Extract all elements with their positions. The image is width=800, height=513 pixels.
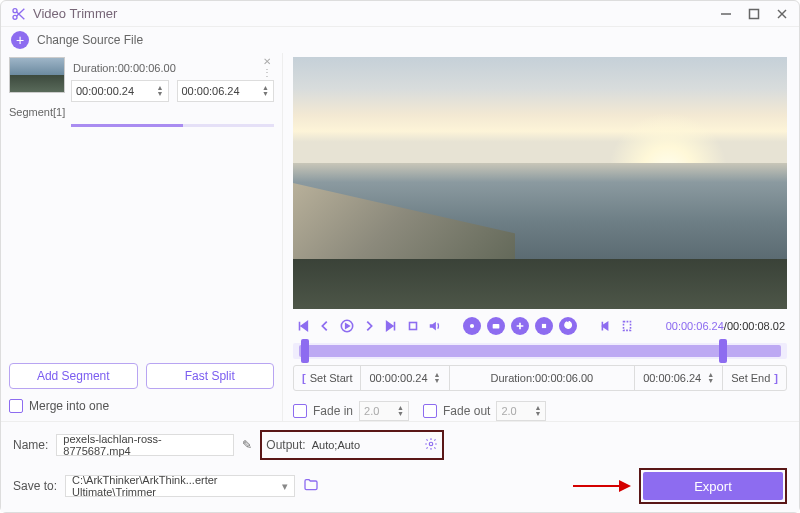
fade-out-input[interactable]: 2.0▲▼ <box>496 401 546 421</box>
time-total: /00:00:08.02 <box>724 320 785 332</box>
time-current: 00:00:06.24 <box>666 320 724 332</box>
video-preview[interactable] <box>293 57 787 309</box>
svg-point-1 <box>13 15 17 19</box>
main-area: Duration:00:00:06.00 ✕ ⋮ 00:00:00.24 ▲▼ … <box>1 53 799 421</box>
preview-panel: 00:00:06.24/00:00:08.02 [Set Start 00:00… <box>283 53 799 421</box>
timeline[interactable] <box>293 343 787 359</box>
segment-row: Duration:00:00:06.00 ✕ ⋮ 00:00:00.24 ▲▼ … <box>9 57 274 102</box>
volume-icon[interactable] <box>427 318 443 334</box>
skip-start-icon[interactable] <box>295 318 311 334</box>
app-window: Video Trimmer + Change Source File Durat… <box>0 0 800 513</box>
output-value[interactable]: Auto;Auto <box>310 434 420 456</box>
fade-out-checkbox[interactable] <box>423 404 437 418</box>
range-row: [Set Start 00:00:00.24▲▼ Duration:00:00:… <box>293 365 787 391</box>
segments-panel: Duration:00:00:06.00 ✕ ⋮ 00:00:00.24 ▲▼ … <box>1 53 283 421</box>
app-title: Video Trimmer <box>33 6 117 21</box>
change-source-label[interactable]: Change Source File <box>37 33 143 47</box>
window-controls <box>719 7 789 21</box>
name-input[interactable]: pexels-lachlan-ross-8775687.mp4 <box>56 434 234 456</box>
footer: Name: pexels-lachlan-ross-8775687.mp4 ✎ … <box>1 421 799 512</box>
skip-end-icon[interactable] <box>383 318 399 334</box>
loop-button[interactable] <box>559 317 577 335</box>
merge-checkbox[interactable] <box>9 399 23 413</box>
fast-split-button[interactable]: Fast Split <box>146 363 275 389</box>
range-duration-label: Duration:00:00:06.00 <box>450 366 636 390</box>
fade-out-label: Fade out <box>443 404 490 418</box>
segment-start-input[interactable]: 00:00:00.24 ▲▼ <box>71 80 169 102</box>
record-button[interactable] <box>535 317 553 335</box>
segment-label: Segment[1] <box>9 106 274 118</box>
segment-duration-label: Duration:00:00:06.00 <box>73 62 176 74</box>
fade-in-input[interactable]: 2.0▲▼ <box>359 401 409 421</box>
mark-in-icon[interactable] <box>597 318 613 334</box>
segment-remove-icon[interactable]: ✕ <box>263 57 271 67</box>
stepper-icon[interactable]: ▲▼ <box>262 85 269 97</box>
segment-start-value: 00:00:00.24 <box>76 85 134 97</box>
save-to-label: Save to: <box>13 479 57 493</box>
name-label: Name: <box>13 438 48 452</box>
fade-row: Fade in 2.0▲▼ Fade out 2.0▲▼ <box>293 401 787 421</box>
output-settings-icon[interactable] <box>424 437 438 454</box>
titlebar: Video Trimmer <box>1 1 799 27</box>
svg-rect-10 <box>542 324 546 328</box>
snapshot-button[interactable] <box>463 317 481 335</box>
segment-end-value: 00:00:06.24 <box>182 85 240 97</box>
add-clip-button[interactable] <box>511 317 529 335</box>
segment-end-input[interactable]: 00:00:06.24 ▲▼ <box>177 80 275 102</box>
stepper-icon[interactable]: ▲▼ <box>157 85 164 97</box>
add-segment-button[interactable]: Add Segment <box>9 363 138 389</box>
player-controls: 00:00:06.24/00:00:08.02 <box>293 309 787 341</box>
minimize-button[interactable] <box>719 7 733 21</box>
segment-options-icon[interactable]: ⋮ <box>262 68 272 78</box>
fade-in-checkbox[interactable] <box>293 404 307 418</box>
svg-point-0 <box>13 8 17 12</box>
close-button[interactable] <box>775 7 789 21</box>
timeline-end-handle[interactable] <box>719 339 727 363</box>
camera-button[interactable] <box>487 317 505 335</box>
toolbar: + Change Source File <box>1 27 799 53</box>
segment-slider[interactable] <box>71 124 274 127</box>
fade-in-label: Fade in <box>313 404 353 418</box>
scissors-icon <box>11 6 27 22</box>
annotation-arrow-icon <box>571 476 631 496</box>
segment-thumbnail[interactable] <box>9 57 65 93</box>
prev-frame-icon[interactable] <box>317 318 333 334</box>
time-readout: 00:00:06.24/00:00:08.02 <box>666 320 785 332</box>
output-highlight-box: Output: Auto;Auto <box>260 430 443 460</box>
svg-rect-7 <box>410 323 417 330</box>
edit-name-icon[interactable]: ✎ <box>242 438 252 452</box>
set-end-button[interactable]: Set End] <box>723 366 786 390</box>
stop-icon[interactable] <box>405 318 421 334</box>
svg-rect-9 <box>493 324 500 329</box>
range-start-input[interactable]: 00:00:00.24▲▼ <box>361 366 449 390</box>
output-label: Output: <box>266 438 305 452</box>
segment-details: Duration:00:00:06.00 ✕ ⋮ 00:00:00.24 ▲▼ … <box>71 57 274 102</box>
mark-out-icon[interactable] <box>619 318 635 334</box>
set-start-button[interactable]: [Set Start <box>294 366 361 390</box>
svg-marker-14 <box>619 480 631 492</box>
svg-rect-3 <box>750 9 759 18</box>
play-icon[interactable] <box>339 318 355 334</box>
svg-point-8 <box>470 324 474 328</box>
export-highlight-box: Export <box>639 468 787 504</box>
export-button[interactable]: Export <box>643 472 783 500</box>
titlebar-left: Video Trimmer <box>11 6 117 22</box>
open-folder-icon[interactable] <box>303 477 319 496</box>
merge-label: Merge into one <box>29 399 109 413</box>
add-source-button[interactable]: + <box>11 31 29 49</box>
svg-rect-11 <box>624 322 631 331</box>
save-to-select[interactable]: C:\ArkThinker\ArkThink...erter Ultimate\… <box>65 475 295 497</box>
maximize-button[interactable] <box>747 7 761 21</box>
range-end-input[interactable]: 00:00:06.24▲▼ <box>635 366 723 390</box>
timeline-start-handle[interactable] <box>301 339 309 363</box>
next-frame-icon[interactable] <box>361 318 377 334</box>
svg-point-12 <box>429 442 433 446</box>
